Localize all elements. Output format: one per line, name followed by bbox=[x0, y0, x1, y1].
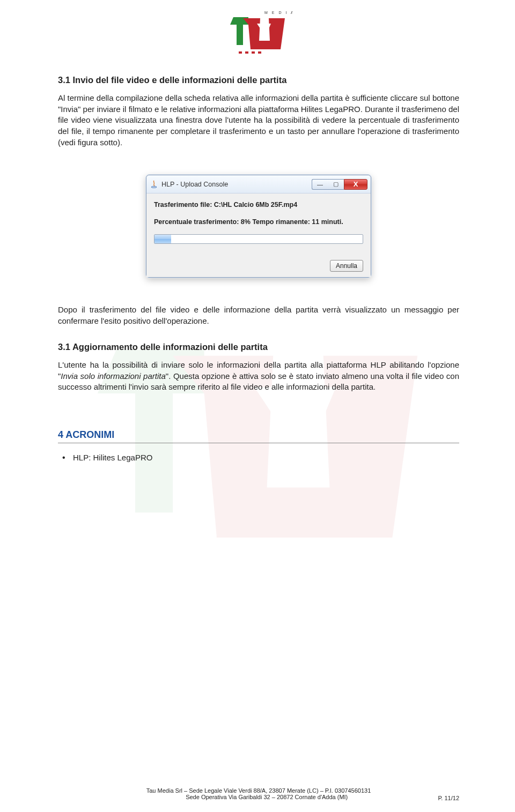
quote-invia: "Invia" bbox=[58, 105, 80, 114]
svg-rect-3 bbox=[252, 51, 255, 54]
page-footer: Tau Media Srl – Sede Legale Viale Verdi … bbox=[58, 787, 459, 801]
java-icon bbox=[150, 180, 158, 189]
svg-text:M E D I A: M E D I A bbox=[264, 11, 292, 14]
page-number: P. 11/12 bbox=[438, 795, 459, 801]
progress-bar bbox=[154, 234, 363, 244]
svg-point-5 bbox=[151, 187, 157, 188]
time-value: 11 minuti. bbox=[312, 218, 343, 226]
text: Al termine della compilazione della sche… bbox=[58, 93, 459, 102]
transfer-file-line: Trasferimento file: C:\HL Calcio 6Mb 25F… bbox=[154, 201, 363, 208]
minimize-button[interactable]: — bbox=[312, 179, 328, 190]
upload-console-window: HLP - Upload Console — ▢ X Trasferimento… bbox=[146, 175, 371, 278]
pct-value: 8% bbox=[241, 218, 251, 226]
paragraph-invio: Al termine della compilazione della sche… bbox=[58, 93, 459, 148]
time-label: Tempo rimanente: bbox=[251, 218, 312, 226]
heading-rule bbox=[58, 443, 459, 443]
cancel-button[interactable]: Annulla bbox=[330, 260, 363, 272]
file-path-value: C:\HL Calcio 6Mb 25F.mp4 bbox=[214, 201, 297, 208]
pct-label: Percentuale trasferimento: bbox=[154, 218, 241, 226]
svg-rect-4 bbox=[258, 51, 261, 54]
text: per inviare il filmato e le relative inf… bbox=[58, 105, 459, 147]
paragraph-after-transfer: Dopo il trasferimento del file video e d… bbox=[58, 304, 459, 326]
heading-4-acronimi: 4 ACRONIMI bbox=[58, 429, 459, 441]
transfer-status-line: Percentuale trasferimento: 8% Tempo rima… bbox=[154, 218, 363, 226]
acronym-item: HLP: Hilites LegaPRO bbox=[73, 453, 459, 462]
window-title: HLP - Upload Console bbox=[161, 181, 312, 188]
titlebar: HLP - Upload Console — ▢ X bbox=[146, 175, 371, 193]
maximize-button[interactable]: ▢ bbox=[328, 179, 344, 190]
paragraph-aggiornamento: L'utente ha la possibilità di inviare so… bbox=[58, 360, 459, 393]
heading-3-1-invio: 3.1 Invio del file video e delle informa… bbox=[58, 75, 459, 85]
progress-fill bbox=[154, 235, 171, 243]
svg-rect-1 bbox=[239, 51, 242, 54]
label: Trasferimento file: bbox=[154, 201, 214, 208]
footer-line-1: Tau Media Srl – Sede Legale Viale Verdi … bbox=[58, 787, 459, 794]
svg-rect-2 bbox=[245, 51, 248, 54]
heading-3-1-aggiornamento: 3.1 Aggiornamento delle informazioni del… bbox=[58, 342, 459, 352]
close-button[interactable]: X bbox=[344, 179, 367, 190]
footer-line-2: Sede Operativa Via Garibaldi 32 – 20872 … bbox=[58, 794, 438, 801]
quote-invia-solo-info: Invia solo informazioni partita bbox=[61, 371, 165, 381]
tau-media-logo: M E D I A bbox=[223, 8, 292, 56]
upload-dialog-figure: HLP - Upload Console — ▢ X Trasferimento… bbox=[58, 175, 459, 278]
